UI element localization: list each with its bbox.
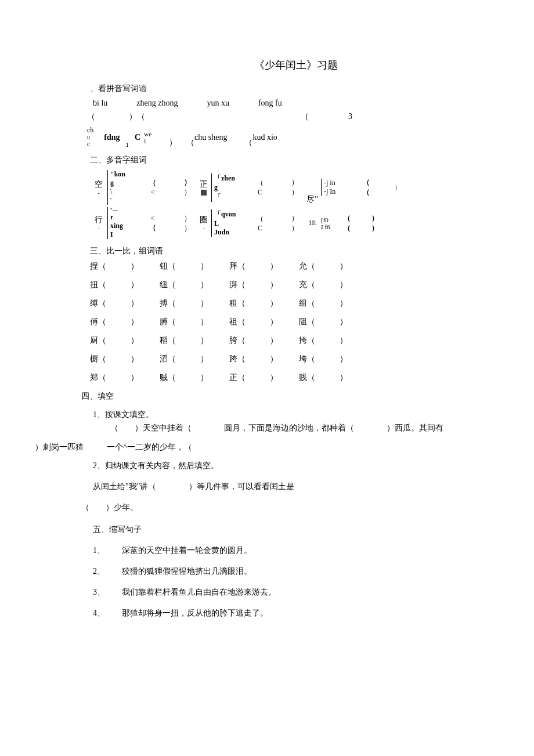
frag: 1 xyxy=(126,141,129,148)
digit: 3 xyxy=(348,112,352,121)
compare-cell: 充（ ） xyxy=(299,280,369,290)
char: 正 xyxy=(200,179,208,190)
p: ） xyxy=(371,223,378,233)
sub: - xyxy=(98,190,99,196)
compare-row: 傅（ ）膊（ ）祖（ ）阻（ ） xyxy=(90,317,499,327)
shrink-list: 1、深蓝的天空中挂着一轮金黄的圆月。2、狡猾的狐狸假惺惺地挤出几滴眼泪。3、我们… xyxy=(35,545,499,618)
compare-cell: 挎（ ） xyxy=(299,335,369,346)
poly-pron: 「zhen g 「 xyxy=(211,173,251,202)
item-number: 2、 xyxy=(93,566,122,577)
compare-cell: 祖（ ） xyxy=(229,317,299,327)
paren: （ xyxy=(186,138,194,148)
paren-col: ） ） xyxy=(179,214,196,233)
polyphone-table: 空 - "kon g \ ' （ < ） ） 正 「zhen g 「 （ C xyxy=(90,170,499,239)
q2-text-a: 从闰土给"我"讲（ ）等几件事，可以看看闰土是 xyxy=(93,482,499,492)
txt: \ xyxy=(109,187,144,196)
item-text: 我们靠着栏杆看鱼儿自由自在地游来游去。 xyxy=(122,587,276,598)
compare-cell: 租（ ） xyxy=(229,298,299,309)
poly-row: 空 - "kon g \ ' （ < ） ） 正 「zhen g 「 （ C xyxy=(90,170,499,205)
pinyin: fong fu xyxy=(258,99,282,108)
paren-col: ） ） xyxy=(366,214,384,233)
p: （ xyxy=(257,214,264,224)
item-text: 那猹却将身一扭，反从他的胯下逃走了。 xyxy=(122,608,268,618)
paren-col: ） ） xyxy=(286,178,304,197)
section5-header: 五、缩写句子 xyxy=(93,525,499,535)
poly-char: 空 - xyxy=(90,179,107,196)
compare-cell: 阻（ ） xyxy=(299,317,369,327)
compare-row: 缚（ ）搏（ ）租（ ）组（ ） xyxy=(90,298,499,309)
compare-cell: 缚（ ） xyxy=(90,298,160,309)
txt: I f6 xyxy=(321,223,338,230)
paren-col: （ （ xyxy=(338,214,356,233)
pinyin-row3: ch u c fdng 1 C we i ） （ chu sheng （ kud… xyxy=(87,126,499,148)
item-number: 1、 xyxy=(93,545,122,556)
txt: "--- xyxy=(109,207,144,213)
char: 尽" xyxy=(306,194,318,205)
frag: C xyxy=(135,133,140,142)
compare-cell: 贼（ ） xyxy=(160,372,229,383)
paren-col: ） ） xyxy=(286,214,304,233)
compare-cell: 垮（ ） xyxy=(299,354,369,364)
pinyin: yun xu xyxy=(207,99,229,108)
txt: ' xyxy=(109,196,144,205)
paren-col: ） xyxy=(389,183,406,191)
paren-col: （ （ xyxy=(358,178,375,197)
item-text: 狡猾的狐狸假惺惺地挤出几滴眼泪。 xyxy=(122,566,252,577)
poly-char: 1ft xyxy=(304,219,321,227)
char: 圈 xyxy=(200,215,208,225)
p: ） xyxy=(184,178,191,187)
compare-cell: 拜（ ） xyxy=(229,261,299,272)
frag: chu sheng xyxy=(194,133,227,142)
sub: - xyxy=(203,225,204,231)
frag-left: ）刺岗一匹猹 xyxy=(35,442,84,453)
section4-header: 四、填空 xyxy=(81,391,499,401)
q1-text: （ ）天空中挂着（ 圆月，下面是海边的沙地，都种着（ ）西瓜。其间有 xyxy=(110,420,499,436)
poly-pron: "kon g \ ' xyxy=(107,170,144,205)
item-number: 3、 xyxy=(93,587,122,598)
sub: - xyxy=(98,225,99,231)
section1-header: 、看拼音写词语 xyxy=(90,84,499,94)
p: ） xyxy=(291,214,298,223)
p: ） xyxy=(395,183,400,191)
poly-pron: 「qvon L Judn xyxy=(211,209,251,237)
p: （ xyxy=(149,178,156,188)
shrink-row: 3、我们靠着栏杆看鱼儿自由自在地游来游去。 xyxy=(93,587,499,598)
frag-mid: 一个^一二岁的少年，（ xyxy=(107,442,192,453)
paren-col: < （ xyxy=(144,214,161,233)
char: 行 xyxy=(95,215,103,225)
pinyin-paren-row: （ ）（ （ 3 xyxy=(87,111,499,122)
p: ） xyxy=(291,178,298,187)
pinyin: bi lu xyxy=(93,99,107,108)
compare-cell: 钮（ ） xyxy=(160,261,229,272)
txt: Judn xyxy=(213,228,251,237)
poly-pron: [f0 I f6 xyxy=(321,216,338,230)
frag: ch u c xyxy=(87,126,93,148)
compare-row: 厨（ ）稻（ ）胯（ ）挎（ ） xyxy=(90,335,499,346)
compare-cell: 滔（ ） xyxy=(160,354,229,364)
paren: （ xyxy=(87,111,95,122)
shrink-row: 1、深蓝的天空中挂着一轮金黄的圆月。 xyxy=(93,545,499,556)
p: （ xyxy=(344,223,351,233)
compare-cell: 搏（ ） xyxy=(160,298,229,309)
p: （ xyxy=(363,187,370,197)
paren: （ xyxy=(301,111,309,122)
compare-cell: 傅（ ） xyxy=(90,317,160,327)
txt: 「 xyxy=(213,192,251,202)
paren-col: （ C xyxy=(251,214,269,233)
p: C xyxy=(258,188,262,197)
txt: i xyxy=(144,138,151,144)
compare-cell: 湃（ ） xyxy=(229,280,299,290)
item-number: 4、 xyxy=(93,608,122,618)
txt: g xyxy=(109,179,144,187)
compare-cell: 组（ ） xyxy=(299,298,369,309)
frag: we i xyxy=(144,131,151,144)
poly-pron: -j in -j In xyxy=(321,179,358,196)
compare-cell: 橱（ ） xyxy=(90,354,160,364)
compare-cell: 胯（ ） xyxy=(229,335,299,346)
section3-header: 三、比一比，组词语 xyxy=(90,246,499,256)
q1-label: 1、按课文填空。 xyxy=(93,410,499,420)
poly-char: 行 - xyxy=(90,215,107,231)
poly-row: 行 - "--- r xing I < （ ） ） 圈 - 「qvon L Ju… xyxy=(90,207,499,239)
compare-cell: 贱（ ） xyxy=(299,372,369,383)
compare-cell: 扭（ ） xyxy=(90,280,160,290)
